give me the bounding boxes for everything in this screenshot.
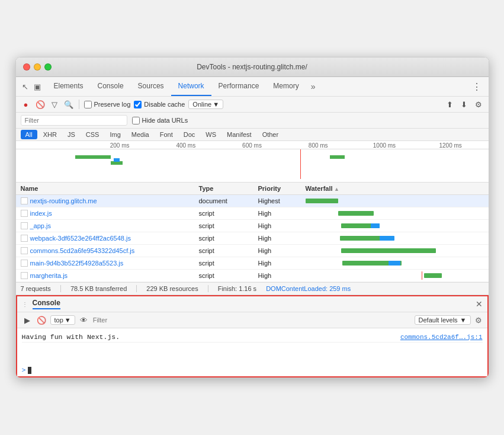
console-close-button[interactable]: ✕ bbox=[476, 299, 483, 309]
more-menu[interactable]: ⋮ bbox=[470, 79, 484, 95]
window-title: DevTools - nextjs-routing.glitch.me/ bbox=[197, 63, 307, 71]
disable-cache-input[interactable] bbox=[134, 101, 142, 108]
console-clear-button[interactable]: 🚫 bbox=[36, 315, 47, 325]
clear-button[interactable]: 🚫 bbox=[35, 99, 46, 110]
type-filter-img[interactable]: Img bbox=[105, 130, 125, 139]
minimize-button[interactable] bbox=[34, 63, 41, 71]
status-bar: 7 requests 78.5 KB transferred 229 KB re… bbox=[16, 283, 489, 295]
filter-toggle[interactable]: ▽ bbox=[49, 99, 60, 110]
table-row[interactable]: _app.js script High bbox=[16, 220, 489, 232]
cell-name-0: nextjs-routing.glitch.me bbox=[21, 197, 199, 204]
type-filter-doc[interactable]: Doc bbox=[179, 130, 200, 139]
cell-type-4: script bbox=[199, 247, 258, 254]
status-sep-3 bbox=[208, 285, 208, 292]
table-header: Name Type Priority Waterfall bbox=[16, 183, 489, 195]
table-row[interactable]: main-9d4b3b522f54928a5523.js script High bbox=[16, 257, 489, 270]
cell-type-0: document bbox=[199, 197, 258, 204]
console-header: ⋮ Console ✕ bbox=[17, 296, 487, 312]
tab-console[interactable]: Console bbox=[91, 77, 131, 96]
toolbar-right: ⬆ ⬇ ⚙ bbox=[445, 99, 484, 110]
cell-name-3: webpack-3df6523e264ff2ac6548.js bbox=[21, 235, 199, 242]
record-button[interactable]: ● bbox=[21, 99, 31, 110]
console-play-button[interactable]: ▶ bbox=[22, 315, 33, 325]
console-toolbar: ▶ 🚫 top ▼ 👁 Default levels ▼ ⚙ bbox=[17, 312, 487, 328]
header-type[interactable]: Type bbox=[199, 185, 258, 192]
timeline-label-400: 400 ms bbox=[153, 142, 219, 149]
throttle-select[interactable]: Online ▼ bbox=[188, 100, 223, 109]
cell-name-text-3: webpack-3df6523e264ff2ac6548.js bbox=[30, 235, 131, 242]
type-filter-media[interactable]: Media bbox=[127, 130, 154, 139]
cell-name-text-6: margherita.js bbox=[30, 272, 68, 279]
cell-type-5: script bbox=[199, 260, 258, 267]
header-priority[interactable]: Priority bbox=[258, 185, 306, 192]
console-title[interactable]: Console bbox=[33, 299, 60, 309]
type-filter-css[interactable]: CSS bbox=[81, 130, 104, 139]
console-filter-input[interactable] bbox=[93, 316, 411, 324]
cell-type-2: script bbox=[199, 222, 258, 229]
timeline-red-line bbox=[300, 149, 301, 179]
hide-data-urls-checkbox[interactable]: Hide data URLs bbox=[132, 117, 188, 124]
tab-memory[interactable]: Memory bbox=[266, 77, 306, 96]
close-button[interactable] bbox=[23, 63, 30, 71]
timeline-label-800: 800 ms bbox=[285, 142, 351, 149]
device-icon[interactable]: ▣ bbox=[33, 82, 42, 91]
drag-handle[interactable]: ⋮ bbox=[22, 301, 28, 308]
type-filter-all[interactable]: All bbox=[21, 130, 37, 139]
console-eye-button[interactable]: 👁 bbox=[79, 315, 89, 325]
cell-priority-6: High bbox=[258, 272, 306, 279]
console-levels-arrow: ▼ bbox=[460, 316, 467, 324]
type-filter-bar: All XHR JS CSS Img Media Font Doc WS Man… bbox=[16, 129, 489, 141]
console-levels-label: Default levels bbox=[419, 316, 458, 324]
type-filter-manifest[interactable]: Manifest bbox=[222, 130, 256, 139]
cell-name-text-4: commons.5cd2a6fe9543322d45cf.js bbox=[30, 247, 135, 254]
cell-waterfall-4 bbox=[306, 247, 484, 255]
cell-name-text-1: index.js bbox=[30, 210, 52, 217]
search-button[interactable]: 🔍 bbox=[63, 99, 74, 110]
table-row[interactable]: commons.5cd2a6fe9543322d45cf.js script H… bbox=[16, 245, 489, 257]
type-filter-ws[interactable]: WS bbox=[201, 130, 221, 139]
maximize-button[interactable] bbox=[44, 63, 52, 71]
import-button[interactable]: ⬆ bbox=[445, 99, 455, 110]
hide-data-urls-input[interactable] bbox=[132, 117, 140, 124]
console-context-select[interactable]: top ▼ bbox=[50, 315, 75, 325]
type-filter-js[interactable]: JS bbox=[63, 130, 80, 139]
timeline-bar-green-3 bbox=[330, 155, 345, 159]
waterfall-green-6 bbox=[424, 273, 442, 278]
cell-name-2: _app.js bbox=[21, 222, 199, 229]
table-row[interactable]: nextjs-routing.glitch.me document Highes… bbox=[16, 195, 489, 207]
disable-cache-checkbox[interactable]: Disable cache bbox=[134, 101, 185, 108]
cell-name-6: margherita.js bbox=[21, 272, 199, 279]
cell-priority-4: High bbox=[258, 247, 306, 254]
table-row[interactable]: margherita.js script High bbox=[16, 270, 489, 282]
filter-input[interactable] bbox=[21, 115, 127, 126]
timeline-label-0 bbox=[21, 142, 87, 149]
filter-bar: Hide data URLs bbox=[16, 113, 489, 129]
table-row[interactable]: index.js script High bbox=[16, 207, 489, 220]
preserve-log-checkbox[interactable]: Preserve log bbox=[84, 101, 131, 108]
type-filter-xhr[interactable]: XHR bbox=[38, 130, 62, 139]
console-log-source[interactable]: commons.5cd2a6f….js:1 bbox=[400, 334, 483, 341]
preserve-log-input[interactable] bbox=[84, 101, 92, 108]
settings-button[interactable]: ⚙ bbox=[473, 99, 484, 110]
table-row[interactable]: webpack-3df6523e264ff2ac6548.js script H… bbox=[16, 232, 489, 245]
header-waterfall[interactable]: Waterfall bbox=[306, 185, 484, 192]
type-filter-font[interactable]: Font bbox=[155, 130, 178, 139]
cursor-icon[interactable]: ↖ bbox=[21, 82, 30, 91]
throttle-label: Online bbox=[192, 101, 211, 108]
tab-network[interactable]: Network bbox=[171, 77, 211, 96]
tab-sources[interactable]: Sources bbox=[131, 77, 171, 96]
disable-cache-label: Disable cache bbox=[144, 101, 185, 108]
console-context-arrow: ▼ bbox=[65, 316, 71, 324]
export-button[interactable]: ⬇ bbox=[459, 99, 470, 110]
tab-elements[interactable]: Elements bbox=[47, 77, 91, 96]
header-name[interactable]: Name bbox=[21, 185, 199, 192]
console-levels-select[interactable]: Default levels ▼ bbox=[415, 315, 471, 325]
type-filter-other[interactable]: Other bbox=[258, 130, 284, 139]
preserve-log-label: Preserve log bbox=[94, 101, 131, 108]
console-settings-icon[interactable]: ⚙ bbox=[474, 316, 483, 324]
tab-overflow[interactable]: » bbox=[309, 79, 318, 94]
status-domcontent: DOMContentLoaded: 259 ms bbox=[266, 285, 351, 292]
cell-waterfall-6 bbox=[306, 271, 484, 280]
tab-performance[interactable]: Performance bbox=[211, 77, 267, 96]
console-prompt[interactable]: > bbox=[17, 364, 487, 376]
